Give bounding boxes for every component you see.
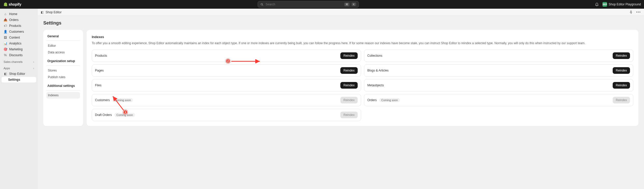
- side-item-editor[interactable]: Editor: [46, 42, 80, 49]
- index-card-orders: OrdersComing soonReindex: [364, 94, 633, 106]
- sidebar-item-marketing[interactable]: 🎯Marketing: [2, 46, 36, 52]
- svg-line-1: [262, 5, 263, 6]
- card-label: Pages: [95, 69, 104, 72]
- svg-point-0: [261, 3, 262, 5]
- search-icon: [260, 3, 264, 6]
- brand-logo[interactable]: shopify: [3, 2, 21, 7]
- shopify-icon: [3, 2, 8, 7]
- side-item-publish-rules[interactable]: Publish rules: [46, 74, 80, 80]
- sidebar-item-content[interactable]: 🖼Content: [2, 35, 36, 40]
- card-label: Products: [95, 54, 107, 57]
- card-label: Collections: [367, 54, 382, 57]
- side-item-indexes[interactable]: Indexes: [46, 92, 80, 99]
- reindex-button[interactable]: Reindex: [613, 67, 630, 74]
- settings-side-panel: General Editor Data access Organization …: [43, 30, 83, 126]
- index-card-pages: PagesReindex: [92, 64, 361, 77]
- pin-icon[interactable]: [629, 10, 633, 14]
- coming-soon-badge: Coming soon: [112, 98, 133, 102]
- reindex-button[interactable]: Reindex: [340, 52, 358, 59]
- app-icon: ◧: [4, 72, 7, 76]
- reindex-button: Reindex: [613, 97, 630, 103]
- reindex-button: Reindex: [340, 97, 358, 103]
- home-icon: ⌂: [4, 12, 7, 16]
- coming-soon-badge: Coming soon: [379, 98, 400, 102]
- account-menu[interactable]: SEP Shop Editor Playground: [602, 2, 641, 7]
- side-item-data-access[interactable]: Data access: [46, 49, 80, 56]
- card-label: Orders: [367, 98, 377, 102]
- card-label: Draft Orders: [95, 113, 112, 117]
- side-item-stores[interactable]: Stores: [46, 67, 80, 74]
- breadcrumb-bar: ◧ Shop Editor •••: [38, 9, 644, 16]
- orders-icon: 📥: [4, 18, 7, 22]
- marketing-icon: 🎯: [4, 48, 7, 51]
- sidebar-item-products[interactable]: 🏷Products: [2, 23, 36, 29]
- sidebar-item-home[interactable]: ⌂Home: [2, 11, 36, 17]
- app-pin-icon[interactable]: ◧: [41, 10, 44, 14]
- group-org: Organization setup: [46, 58, 80, 64]
- reindex-button: Reindex: [340, 112, 358, 118]
- index-card-blogs-articles: Blogs & ArticlesReindex: [364, 64, 633, 77]
- coming-soon-badge: Coming soon: [114, 113, 135, 117]
- brand-text: shopify: [9, 2, 21, 6]
- search-input[interactable]: [266, 3, 342, 6]
- card-label: Metaobjects: [367, 84, 384, 87]
- reindex-button[interactable]: Reindex: [613, 82, 630, 89]
- panel-title: Indexes: [92, 35, 633, 39]
- panel-desc: To offer you a smooth editing experience…: [92, 41, 633, 45]
- index-card-files: FilesReindex: [92, 79, 361, 91]
- reindex-button[interactable]: Reindex: [340, 67, 358, 74]
- products-icon: 🏷: [4, 24, 7, 28]
- kbd-k: K: [352, 3, 356, 6]
- group-general: General: [46, 33, 80, 39]
- apps-heading[interactable]: Apps›: [2, 65, 36, 71]
- sidebar-item-discounts[interactable]: %Discounts: [2, 52, 36, 58]
- analytics-icon: 📊: [4, 42, 7, 45]
- card-label: Files: [95, 84, 101, 87]
- sidebar-item-analytics[interactable]: 📊Analytics: [2, 41, 36, 46]
- account-name: Shop Editor Playground: [609, 3, 641, 6]
- sales-channels-heading[interactable]: Sales channels›: [2, 58, 36, 64]
- breadcrumb-title: Shop Editor: [46, 10, 62, 14]
- search-box[interactable]: ⌘ K: [258, 1, 359, 8]
- avatar: SEP: [602, 2, 607, 7]
- kbd-cmd: ⌘: [344, 3, 350, 6]
- group-additional: Additional settings: [46, 83, 80, 89]
- bell-icon[interactable]: [595, 2, 599, 6]
- sidebar-item-orders[interactable]: 📥Orders: [2, 17, 36, 23]
- card-label: Blogs & Articles: [367, 69, 388, 72]
- sidebar: ⌂Home 📥Orders 🏷Products 👤Customers 🖼Cont…: [0, 9, 38, 189]
- content-icon: 🖼: [4, 36, 7, 39]
- page-title: Settings: [43, 20, 638, 26]
- sidebar-item-settings[interactable]: Settings: [2, 77, 36, 82]
- main-panel: Indexes To offer you a smooth editing ex…: [87, 30, 638, 126]
- card-label: Customers: [95, 98, 110, 102]
- index-card-collections: CollectionsReindex: [364, 50, 633, 62]
- reindex-button[interactable]: Reindex: [340, 82, 358, 89]
- index-card-draft-orders: Draft OrdersComing soonReindex: [92, 109, 361, 121]
- more-icon[interactable]: •••: [636, 10, 641, 14]
- sidebar-item-customers[interactable]: 👤Customers: [2, 29, 36, 34]
- index-card-customers: CustomersComing soonReindex: [92, 94, 361, 106]
- chevron-right-icon: ›: [33, 60, 34, 63]
- sidebar-item-shop-editor[interactable]: ◧Shop Editor: [2, 71, 36, 77]
- index-card-metaobjects: MetaobjectsReindex: [364, 79, 633, 91]
- index-card-products: ProductsReindex: [92, 50, 361, 62]
- chevron-right-icon: ›: [33, 67, 34, 70]
- reindex-button[interactable]: Reindex: [613, 52, 630, 59]
- discounts-icon: %: [4, 53, 7, 57]
- customers-icon: 👤: [4, 30, 7, 33]
